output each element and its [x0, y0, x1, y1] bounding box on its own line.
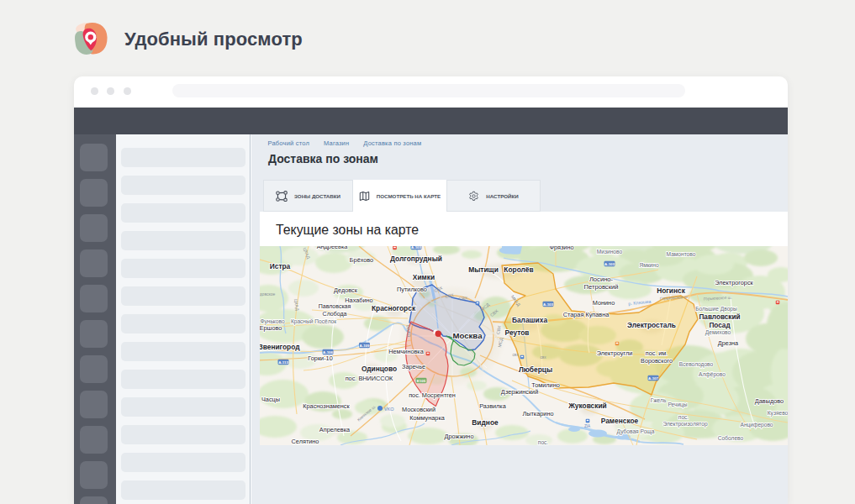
svg-text:Красногорск: Красногорск — [372, 304, 416, 312]
svg-text:свх: свх — [540, 355, 546, 360]
svg-text:Краснознаменск: Краснознаменск — [303, 402, 350, 410]
svg-text:Истра: Истра — [270, 262, 291, 270]
svg-text:Заречье: Заречье — [402, 363, 425, 370]
svg-text:Раменское: Раменское — [601, 417, 639, 425]
svg-text:Королёв: Королёв — [504, 265, 533, 274]
svg-text:Химки: Химки — [413, 273, 435, 281]
svg-text:Электросталь: Электросталь — [627, 321, 676, 329]
svg-text:Дедовск: Дедовск — [334, 286, 358, 294]
svg-text:А-113: А-113 — [278, 360, 288, 365]
svg-text:Всеволодово: Всеволодово — [679, 361, 714, 368]
svg-text:пос. Мосрентген: пос. Мосрентген — [409, 391, 456, 399]
svg-text:пос. им.: пос. им. — [646, 349, 668, 357]
svg-text:Воровского: Воровского — [641, 357, 673, 365]
svg-text:Одинцово: Одинцово — [362, 365, 397, 373]
svg-text:Большие Дворы: Большие Дворы — [695, 306, 737, 312]
svg-text:Соболево: Соболево — [718, 435, 744, 441]
svg-text:А-103: А-103 — [411, 246, 422, 249]
svg-text:пос.: пос. — [678, 414, 689, 420]
svg-text:Немчиновка: Немчиновка — [388, 348, 425, 355]
svg-text:свх: свх — [512, 353, 519, 357]
svg-text:Часцы: Часцы — [261, 396, 280, 403]
svg-text:пос. ВНИИССОК: пос. ВНИИССОК — [346, 375, 393, 382]
svg-text:Дрожжино: Дрожжино — [445, 433, 474, 440]
svg-text:Жуковский: Жуковский — [567, 402, 607, 410]
svg-text:Фуньково: Фуньково — [260, 318, 284, 325]
svg-text:Е105: Е105 — [417, 379, 426, 383]
svg-text:Развилка: Развилка — [479, 402, 507, 410]
svg-text:Реутов: Реутов — [505, 328, 530, 337]
svg-text:Коммунарка: Коммунарка — [409, 414, 446, 422]
svg-text:Люберцы: Люберцы — [519, 365, 552, 374]
svg-text:Красный Посёлок: Красный Посёлок — [291, 318, 336, 325]
svg-text:Московский: Московский — [402, 406, 435, 413]
svg-text:Видное: Видное — [472, 418, 499, 427]
svg-text:Давыдово: Давыдово — [755, 397, 784, 405]
svg-text:ZIA: ZIA — [584, 424, 591, 428]
svg-text:Брёхово: Брёхово — [350, 256, 373, 264]
svg-text:Слобода: Слобода — [323, 311, 347, 318]
svg-text:Мизиново: Мизиново — [597, 249, 623, 255]
svg-text:Павловский: Павловский — [699, 313, 740, 321]
svg-text:А-103: А-103 — [543, 302, 554, 307]
svg-text:Гжель: Гжель — [651, 397, 667, 403]
svg-text:Балашиха: Балашиха — [512, 316, 547, 324]
svg-text:Электроизолятор: Электроизолятор — [662, 421, 708, 428]
svg-text:Долгопрудный: Долгопрудный — [390, 255, 442, 263]
svg-text:Электроугли: Электроугли — [597, 349, 632, 357]
svg-text:Демихово: Демихово — [705, 329, 731, 336]
svg-text:Дзержинский: Дзержинский — [501, 388, 539, 396]
svg-text:Лыткарино: Лыткарино — [522, 410, 553, 417]
svg-text:А-103: А-103 — [604, 262, 615, 266]
svg-text:Лосино-: Лосино- — [589, 276, 614, 283]
svg-text:Ногинск: Ногинск — [657, 286, 686, 295]
svg-text:Алфёрово: Алфёрово — [699, 371, 726, 378]
svg-text:довское: довское — [260, 291, 276, 297]
svg-text:Ершово: Ершово — [260, 324, 282, 332]
svg-text:Кузяево: Кузяево — [768, 410, 788, 417]
svg-text:Павловская: Павловская — [319, 303, 351, 309]
svg-text:А-107: А-107 — [648, 376, 659, 381]
svg-text:Монино: Монино — [593, 299, 615, 307]
svg-text:Горки-10: Горки-10 — [308, 354, 332, 362]
svg-text:Андреевка: Андреевка — [317, 246, 349, 250]
svg-text:СВХ: СВХ — [458, 295, 468, 301]
svg-text:Мытищи: Мытищи — [468, 265, 499, 274]
svg-text:VKO: VKO — [384, 407, 394, 412]
svg-text:Речицы: Речицы — [668, 402, 687, 408]
svg-text:Селятино: Селятино — [292, 438, 319, 445]
svg-text:пос.: пос. — [538, 439, 549, 445]
svg-text:Электрогорск: Электрогорск — [715, 279, 753, 286]
svg-text:Москва: Москва — [453, 331, 483, 340]
svg-text:Фрязино: Фрязино — [550, 246, 574, 251]
svg-text:Мамонтово: Мамонтово — [667, 251, 696, 257]
svg-text:Ямкино: Ямкино — [639, 262, 659, 268]
svg-text:Петровский: Петровский — [584, 283, 619, 291]
svg-text:Дубовая Роща: Дубовая Роща — [617, 428, 655, 435]
svg-text:Путилково: Путилково — [397, 286, 427, 293]
svg-text:Дрезна: Дрезна — [718, 339, 739, 347]
svg-text:Старая Купавна: Старая Купавна — [563, 311, 610, 318]
svg-text:Апрелевка: Апрелевка — [319, 426, 351, 433]
svg-text:Анциферово: Анциферово — [740, 422, 773, 428]
svg-text:А-109: А-109 — [360, 344, 371, 348]
svg-text:Звенигород: Звенигород — [260, 343, 300, 351]
